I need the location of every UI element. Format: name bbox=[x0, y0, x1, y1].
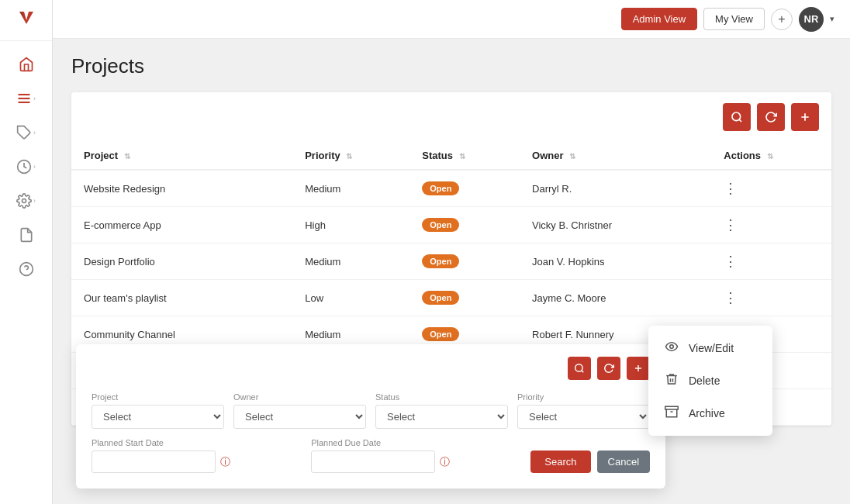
status-badge: Open bbox=[422, 218, 459, 232]
table-row: Our team's playlistLowOpenJayme C. Moore… bbox=[71, 280, 831, 316]
svg-point-7 bbox=[22, 199, 26, 203]
cell-actions: ⋮ bbox=[711, 207, 831, 243]
cell-priority: Medium bbox=[292, 170, 409, 207]
my-view-button[interactable]: My View bbox=[703, 8, 765, 30]
table-row: Design PortfolioMediumOpenJoan V. Hopkin… bbox=[71, 243, 831, 280]
svg-point-17 bbox=[575, 364, 582, 371]
filter-cancel-button[interactable]: Cancel bbox=[597, 450, 650, 473]
sort-icon-status[interactable]: ⇅ bbox=[459, 152, 465, 161]
sidebar-item-menu[interactable]: › bbox=[0, 81, 52, 116]
context-menu-delete[interactable]: Delete bbox=[648, 364, 772, 397]
filter-status-select[interactable]: Select bbox=[375, 405, 508, 429]
start-date-info-icon: ⓘ bbox=[220, 455, 230, 469]
filter-add-btn[interactable] bbox=[627, 357, 650, 380]
cell-project: E-commerce App bbox=[71, 207, 292, 243]
filter-panel: Project Select Owner Select Status Selec… bbox=[76, 344, 665, 488]
filter-priority-label: Priority bbox=[517, 392, 650, 402]
avatar-dropdown-icon[interactable]: ▾ bbox=[830, 14, 834, 24]
filter-priority-select[interactable]: Select bbox=[517, 405, 650, 429]
status-badge: Open bbox=[422, 254, 459, 268]
sidebar-item-settings[interactable]: › bbox=[0, 184, 52, 218]
delete-icon bbox=[664, 372, 679, 389]
svg-point-14 bbox=[670, 345, 674, 349]
cell-owner: Vicky B. Christner bbox=[520, 207, 711, 243]
sort-icon-actions[interactable]: ⇅ bbox=[767, 152, 773, 161]
cell-priority: Low bbox=[292, 280, 409, 316]
context-menu: View/Edit Delete Archive bbox=[648, 326, 772, 436]
col-status: Status ⇅ bbox=[409, 142, 520, 170]
filter-start-date-label: Planned Start Date bbox=[92, 438, 302, 447]
filter-project-label: Project bbox=[92, 392, 224, 402]
table-row: Website RedesignMediumOpenDarryl R.⋮ bbox=[71, 170, 831, 207]
content-area: Projects Project bbox=[53, 39, 850, 504]
sidebar-item-clock[interactable]: › bbox=[0, 150, 52, 184]
cell-owner: Darryl R. bbox=[520, 170, 711, 207]
admin-view-button[interactable]: Admin View bbox=[621, 8, 697, 30]
filter-panel-toolbar bbox=[92, 357, 650, 380]
col-project: Project ⇅ bbox=[71, 142, 292, 170]
svg-line-18 bbox=[582, 371, 584, 373]
refresh-button[interactable] bbox=[757, 103, 785, 131]
svg-rect-15 bbox=[665, 406, 679, 409]
sort-icon-owner[interactable]: ⇅ bbox=[569, 152, 575, 161]
filter-start-date-group: Planned Start Date ⓘ bbox=[92, 438, 302, 473]
filter-refresh-btn[interactable] bbox=[597, 357, 620, 380]
filter-due-date-label: Planned Due Date bbox=[311, 438, 521, 447]
table-toolbar bbox=[71, 92, 831, 142]
sort-icon-project[interactable]: ⇅ bbox=[124, 152, 130, 161]
cell-actions: ⋮ bbox=[711, 280, 831, 316]
view-edit-icon bbox=[664, 340, 679, 357]
delete-label: Delete bbox=[689, 375, 720, 387]
chevron-right-icon2: › bbox=[33, 129, 36, 136]
search-button[interactable] bbox=[723, 103, 751, 131]
sidebar-item-tags[interactable]: › bbox=[0, 116, 52, 150]
filter-status-group: Status Select bbox=[375, 392, 508, 429]
svg-point-10 bbox=[732, 112, 741, 121]
filter-search-button[interactable]: Search bbox=[530, 450, 590, 473]
sidebar-item-document[interactable] bbox=[0, 218, 52, 252]
table-header-row: Project ⇅ Priority ⇅ Status ⇅ Owner bbox=[71, 142, 831, 170]
filter-priority-group: Priority Select bbox=[517, 392, 650, 429]
logo-v-mark bbox=[18, 11, 35, 30]
status-badge: Open bbox=[422, 181, 459, 195]
svg-line-11 bbox=[739, 119, 741, 122]
filter-due-date-input[interactable] bbox=[311, 450, 435, 473]
add-project-button[interactable] bbox=[791, 103, 819, 131]
cell-status: Open bbox=[409, 243, 520, 280]
actions-dots-button[interactable]: ⋮ bbox=[724, 217, 738, 233]
avatar[interactable]: NR bbox=[799, 7, 824, 32]
cell-actions: ⋮ bbox=[711, 170, 831, 207]
sort-icon-priority[interactable]: ⇅ bbox=[346, 152, 352, 161]
filter-owner-select[interactable]: Select bbox=[233, 405, 366, 429]
main-wrapper: Admin View My View + NR ▾ Projects bbox=[53, 0, 850, 504]
topbar: Admin View My View + NR ▾ bbox=[53, 0, 850, 39]
sidebar-item-home[interactable] bbox=[0, 47, 52, 81]
status-badge: Open bbox=[422, 291, 459, 305]
chevron-right-icon3: › bbox=[33, 163, 36, 171]
context-menu-archive[interactable]: Archive bbox=[648, 397, 772, 430]
status-badge: Open bbox=[422, 327, 459, 341]
add-view-button[interactable]: + bbox=[771, 9, 793, 30]
col-priority: Priority ⇅ bbox=[292, 142, 409, 170]
filter-project-group: Project Select bbox=[92, 392, 224, 429]
col-actions: Actions ⇅ bbox=[711, 142, 831, 170]
col-owner: Owner ⇅ bbox=[520, 142, 711, 170]
due-date-info-icon: ⓘ bbox=[440, 455, 450, 469]
archive-label: Archive bbox=[689, 407, 725, 419]
actions-dots-button[interactable]: ⋮ bbox=[724, 181, 738, 196]
filter-start-date-input[interactable] bbox=[92, 450, 216, 473]
cell-owner: Joan V. Hopkins bbox=[520, 243, 711, 280]
filter-due-date-group: Planned Due Date ⓘ bbox=[311, 438, 521, 473]
sidebar-item-help[interactable] bbox=[0, 252, 52, 286]
actions-dots-button[interactable]: ⋮ bbox=[724, 254, 738, 269]
cell-project: Website Redesign bbox=[71, 170, 292, 207]
filter-project-select[interactable]: Select bbox=[92, 405, 224, 429]
filter-status-label: Status bbox=[375, 392, 508, 402]
actions-dots-button[interactable]: ⋮ bbox=[724, 290, 738, 306]
filter-owner-group: Owner Select bbox=[233, 392, 366, 429]
cell-owner: Jayme C. Moore bbox=[520, 280, 711, 316]
context-menu-view-edit[interactable]: View/Edit bbox=[648, 332, 772, 364]
filter-search-icon-btn[interactable] bbox=[568, 357, 591, 380]
cell-status: Open bbox=[409, 280, 520, 316]
logo bbox=[0, 0, 52, 41]
